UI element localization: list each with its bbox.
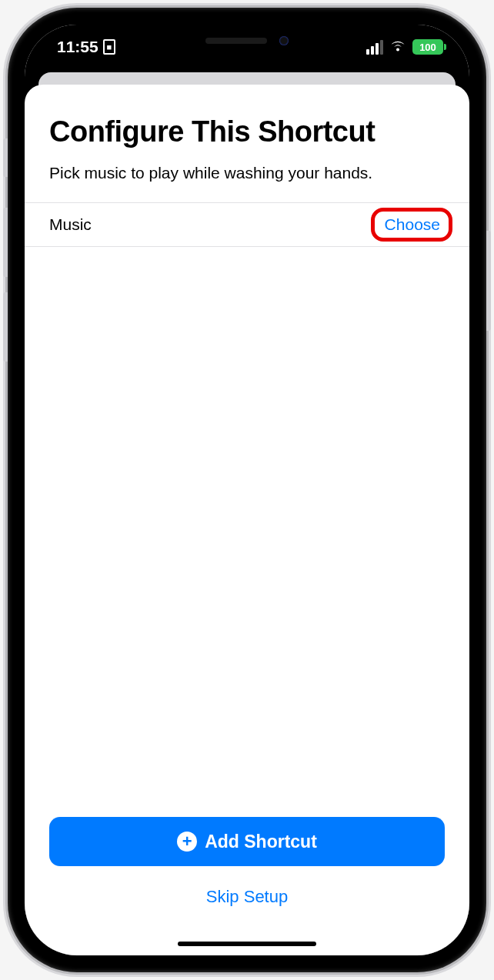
choose-music-button[interactable]: Choose — [380, 214, 445, 235]
spacer — [25, 247, 469, 817]
id-card-icon: ■ — [103, 39, 115, 55]
choose-music-label: Choose — [385, 215, 440, 233]
screen: 11:55 ■ 100 Configure This Shortcut — [25, 25, 469, 955]
status-time: 11:55 — [57, 38, 98, 56]
bottom-actions: + Add Shortcut Skip Setup — [25, 817, 469, 937]
add-shortcut-label: Add Shortcut — [205, 832, 317, 852]
status-right: 100 — [366, 38, 446, 56]
notch — [139, 25, 355, 57]
plus-circle-icon: + — [177, 832, 197, 852]
battery-icon: 100 — [412, 39, 443, 55]
front-camera — [279, 36, 289, 45]
sheet-content: Configure This Shortcut Pick music to pl… — [25, 115, 469, 955]
volume-down-button — [3, 292, 8, 362]
earpiece-speaker — [205, 38, 267, 44]
cellular-signal-icon — [366, 40, 383, 55]
skip-setup-button[interactable]: Skip Setup — [49, 872, 445, 922]
phone-frame: 11:55 ■ 100 Configure This Shortcut — [8, 8, 486, 972]
volume-up-button — [3, 208, 8, 277]
page-title: Configure This Shortcut — [25, 115, 469, 148]
music-row-label: Music — [49, 215, 92, 234]
side-button — [486, 231, 491, 331]
status-left: 11:55 ■ — [48, 38, 115, 56]
add-shortcut-button[interactable]: + Add Shortcut — [49, 817, 445, 866]
battery-level: 100 — [419, 42, 436, 53]
configure-shortcut-sheet: Configure This Shortcut Pick music to pl… — [25, 85, 469, 955]
ringer-switch — [3, 138, 8, 177]
music-config-row[interactable]: Music Choose — [25, 202, 469, 247]
home-indicator[interactable] — [178, 942, 316, 946]
page-subtitle: Pick music to play while washing your ha… — [25, 148, 469, 202]
sheet-stack: Configure This Shortcut Pick music to pl… — [25, 69, 469, 955]
wifi-icon — [389, 38, 406, 56]
